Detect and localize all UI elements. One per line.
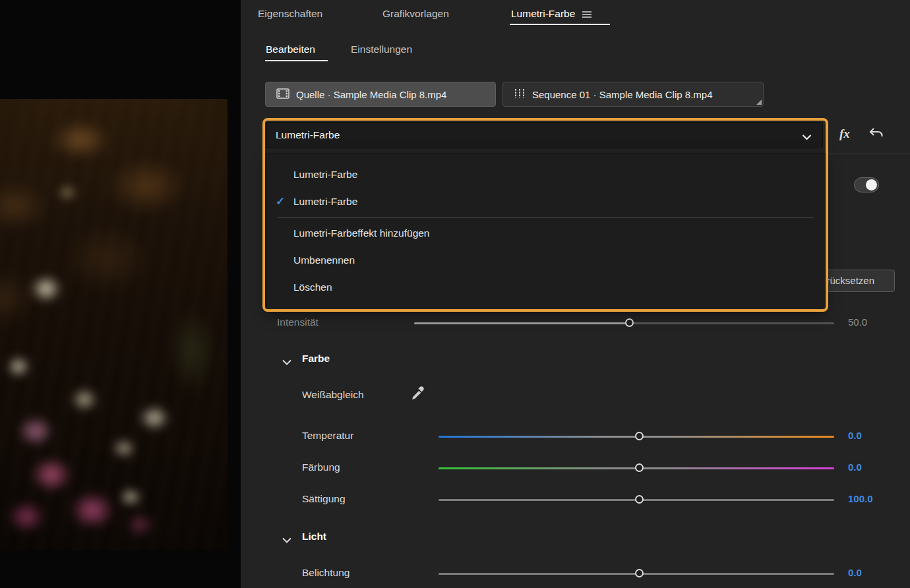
saettigung-value[interactable]: 100.0 [848,493,873,504]
tab-eigenschaften[interactable]: Eigenschaften [258,8,322,20]
saettigung-slider[interactable] [439,492,834,508]
faerbung-slider[interactable] [439,460,834,476]
menu-separator [278,217,814,218]
effect-enable-toggle[interactable] [854,177,879,192]
temperatur-row: Temperatur 0.0 [241,428,910,444]
slider-handle[interactable] [625,318,634,327]
belichtung-label: Belichtung [302,567,349,579]
film-icon [276,88,289,101]
video-preview [0,99,228,550]
faerbung-row: Färbung 0.0 [241,460,910,476]
slider-handle[interactable] [635,432,644,440]
check-icon: ✓ [276,188,285,215]
slider-handle[interactable] [635,463,644,472]
source-monitor-pane [0,0,241,588]
reset-effect-icon[interactable] [868,127,884,142]
fx-icon[interactable]: fx [839,127,850,141]
menu-item-lumetri-farbe-2[interactable]: ✓Lumetri-Farbe [266,188,825,215]
source-clip-button[interactable]: Quelle · Sample Media Clip 8.mp4 [265,82,496,107]
intensity-label: Intensität [277,316,318,328]
source-clip-label: Quelle · Sample Media Clip 8.mp4 [296,89,446,100]
subtab-bearbeiten[interactable]: Bearbeiten [266,44,315,55]
menu-item-label: Lumetri-Farbe [293,196,357,207]
section-divider [828,154,910,154]
menu-item-loeschen[interactable]: Löschen [266,274,825,301]
tab-lumetri-farbe[interactable]: Lumetri-Farbe [511,8,592,21]
dropdown-corner-icon [756,100,762,105]
temperatur-slider[interactable] [439,428,834,444]
licht-section-header[interactable]: Licht [241,530,910,546]
chevron-down-icon [802,131,812,142]
licht-section-title: Licht [302,531,326,543]
white-balance-label: Weißabgleich [302,389,364,401]
faerbung-value[interactable]: 0.0 [848,461,862,473]
temperatur-label: Temperatur [302,430,353,442]
belichtung-slider[interactable] [439,566,834,581]
active-subtab-underline [265,60,328,61]
faerbung-label: Färbung [302,461,340,473]
saettigung-row: Sättigung 100.0 [241,492,910,508]
sequence-clip-label: Sequence 01 · Sample Media Clip 8.mp4 [532,89,713,100]
intensity-value[interactable]: 50.0 [848,316,867,328]
tab-grafikvorlagen[interactable]: Grafikvorlagen [382,8,449,20]
belichtung-value[interactable]: 0.0 [848,567,862,578]
chevron-down-icon[interactable] [282,356,291,367]
slider-handle[interactable] [635,569,644,577]
tab-lumetri-farbe-label: Lumetri-Farbe [511,8,575,19]
lumetri-panel: Eigenschaften Grafikvorlagen Lumetri-Far… [241,0,910,588]
temperatur-value[interactable]: 0.0 [848,430,862,441]
panel-menu-icon[interactable] [582,9,592,21]
menu-item-umbenennen[interactable]: Umbenennen [266,247,825,274]
effect-preset-menu: Lumetri-Farbe ✓Lumetri-Farbe Lumetri-Far… [266,154,826,310]
eyedropper-icon[interactable] [410,385,425,403]
slider-track [414,322,834,324]
belichtung-row: Belichtung 0.0 [241,566,910,581]
subtab-einstellungen[interactable]: Einstellungen [351,44,412,55]
video-vignette [0,99,228,550]
premiere-app: Eigenschaften Grafikvorlagen Lumetri-Far… [0,0,910,588]
farbe-section-header[interactable]: Farbe [241,352,910,368]
sequence-clip-button[interactable]: Sequence 01 · Sample Media Clip 8.mp4 [502,82,764,107]
slider-handle[interactable] [635,495,644,504]
toggle-knob [866,179,877,191]
chevron-down-icon[interactable] [282,534,291,545]
effect-preset-select[interactable]: Lumetri-Farbe [266,122,823,148]
menu-item-lumetri-farbe-1[interactable]: Lumetri-Farbe [266,161,825,188]
menu-item-lumetri-farbeffekt-hinzufuegen[interactable]: Lumetri-Farbeffekt hinzufügen [266,220,825,247]
farbe-section-title: Farbe [302,353,330,365]
effect-preset-value: Lumetri-Farbe [276,129,340,141]
saettigung-label: Sättigung [302,493,346,505]
white-balance-row: Weißabgleich [241,388,910,403]
intensity-slider[interactable] [414,315,834,331]
active-tab-underline [510,24,610,25]
sequence-icon [514,88,526,101]
intensity-row: Intensität 50.0 [241,315,910,331]
